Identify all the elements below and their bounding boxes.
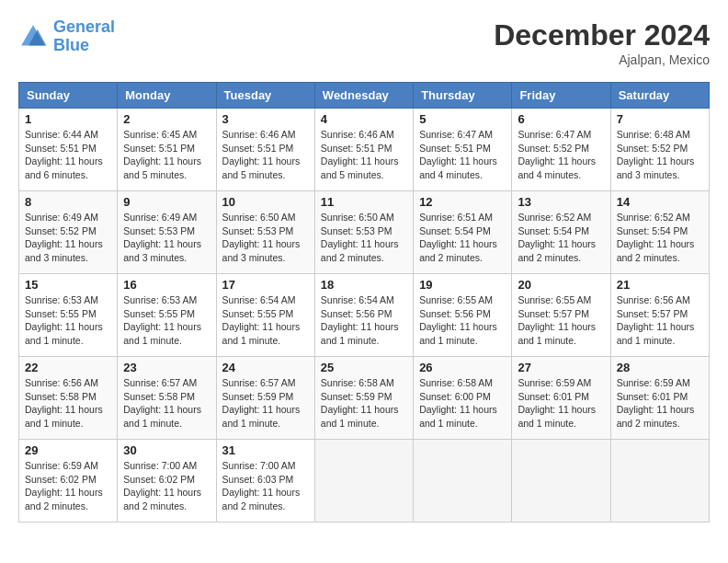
header-saturday: Saturday bbox=[610, 83, 709, 109]
calendar-cell: 26 Sunrise: 6:58 AMSunset: 6:00 PMDaylig… bbox=[414, 357, 512, 440]
calendar-cell: 15 Sunrise: 6:53 AMSunset: 5:55 PMDaylig… bbox=[19, 274, 118, 357]
calendar-cell bbox=[610, 440, 709, 523]
day-number: 16 bbox=[123, 278, 210, 292]
month-title: December 2024 bbox=[494, 18, 710, 52]
day-info: Sunrise: 6:59 AMSunset: 6:01 PMDaylight:… bbox=[518, 376, 604, 431]
header-friday: Friday bbox=[512, 83, 610, 109]
logo-text: General Blue bbox=[53, 18, 115, 55]
logo-icon bbox=[18, 22, 48, 52]
day-info: Sunrise: 6:55 AMSunset: 5:57 PMDaylight:… bbox=[518, 293, 604, 348]
calendar-cell: 28 Sunrise: 6:59 AMSunset: 6:01 PMDaylig… bbox=[610, 357, 709, 440]
calendar-table: Sunday Monday Tuesday Wednesday Thursday… bbox=[18, 82, 710, 523]
calendar-cell bbox=[314, 440, 413, 523]
day-number: 25 bbox=[321, 361, 407, 374]
week-row-2: 8 Sunrise: 6:49 AMSunset: 5:52 PMDayligh… bbox=[19, 191, 710, 274]
day-number: 1 bbox=[25, 112, 111, 126]
day-info: Sunrise: 6:52 AMSunset: 5:54 PMDaylight:… bbox=[617, 211, 703, 265]
day-info: Sunrise: 6:47 AMSunset: 5:51 PMDaylight:… bbox=[419, 128, 506, 182]
day-info: Sunrise: 6:50 AMSunset: 5:53 PMDaylight:… bbox=[222, 211, 309, 265]
calendar-cell: 1 Sunrise: 6:44 AMSunset: 5:51 PMDayligh… bbox=[19, 109, 118, 191]
day-info: Sunrise: 6:56 AMSunset: 5:58 PMDaylight:… bbox=[25, 376, 111, 431]
calendar-cell: 7 Sunrise: 6:48 AMSunset: 5:52 PMDayligh… bbox=[610, 109, 709, 191]
header-monday: Monday bbox=[118, 83, 216, 109]
page-header: General Blue December 2024 Ajalpan, Mexi… bbox=[18, 18, 710, 67]
calendar-cell: 31 Sunrise: 7:00 AMSunset: 6:03 PMDaylig… bbox=[216, 440, 314, 523]
day-info: Sunrise: 6:58 AMSunset: 6:00 PMDaylight:… bbox=[419, 376, 506, 431]
day-info: Sunrise: 6:59 AMSunset: 6:01 PMDaylight:… bbox=[617, 376, 703, 431]
calendar-cell: 18 Sunrise: 6:54 AMSunset: 5:56 PMDaylig… bbox=[314, 274, 413, 357]
calendar-cell: 12 Sunrise: 6:51 AMSunset: 5:54 PMDaylig… bbox=[414, 191, 512, 274]
calendar-cell: 27 Sunrise: 6:59 AMSunset: 6:01 PMDaylig… bbox=[512, 357, 610, 440]
day-info: Sunrise: 7:00 AMSunset: 6:02 PMDaylight:… bbox=[123, 459, 210, 513]
day-number: 31 bbox=[222, 443, 309, 457]
day-number: 24 bbox=[222, 361, 309, 374]
day-number: 8 bbox=[25, 195, 111, 209]
day-number: 7 bbox=[617, 112, 703, 126]
day-number: 27 bbox=[518, 361, 604, 374]
week-row-5: 29 Sunrise: 6:59 AMSunset: 6:02 PMDaylig… bbox=[19, 440, 710, 523]
day-info: Sunrise: 6:57 AMSunset: 5:59 PMDaylight:… bbox=[222, 376, 309, 431]
day-number: 28 bbox=[617, 361, 703, 374]
day-info: Sunrise: 6:59 AMSunset: 6:02 PMDaylight:… bbox=[25, 459, 111, 513]
day-info: Sunrise: 6:56 AMSunset: 5:57 PMDaylight:… bbox=[617, 293, 703, 348]
day-info: Sunrise: 6:48 AMSunset: 5:52 PMDaylight:… bbox=[617, 128, 703, 182]
day-info: Sunrise: 6:58 AMSunset: 5:59 PMDaylight:… bbox=[321, 376, 407, 431]
calendar-cell: 22 Sunrise: 6:56 AMSunset: 5:58 PMDaylig… bbox=[19, 357, 118, 440]
week-row-4: 22 Sunrise: 6:56 AMSunset: 5:58 PMDaylig… bbox=[19, 357, 710, 440]
day-info: Sunrise: 6:53 AMSunset: 5:55 PMDaylight:… bbox=[123, 293, 210, 348]
day-info: Sunrise: 6:52 AMSunset: 5:54 PMDaylight:… bbox=[518, 211, 604, 265]
day-number: 2 bbox=[123, 112, 210, 126]
location: Ajalpan, Mexico bbox=[494, 52, 710, 67]
day-number: 12 bbox=[419, 195, 506, 209]
calendar-cell: 2 Sunrise: 6:45 AMSunset: 5:51 PMDayligh… bbox=[118, 109, 216, 191]
day-info: Sunrise: 6:44 AMSunset: 5:51 PMDaylight:… bbox=[25, 128, 111, 182]
weekday-header-row: Sunday Monday Tuesday Wednesday Thursday… bbox=[19, 83, 710, 109]
day-number: 23 bbox=[123, 361, 210, 374]
calendar-cell: 16 Sunrise: 6:53 AMSunset: 5:55 PMDaylig… bbox=[118, 274, 216, 357]
calendar-cell: 13 Sunrise: 6:52 AMSunset: 5:54 PMDaylig… bbox=[512, 191, 610, 274]
calendar-cell: 20 Sunrise: 6:55 AMSunset: 5:57 PMDaylig… bbox=[512, 274, 610, 357]
day-info: Sunrise: 6:46 AMSunset: 5:51 PMDaylight:… bbox=[321, 128, 407, 182]
day-number: 3 bbox=[222, 112, 309, 126]
day-number: 18 bbox=[321, 278, 407, 292]
day-number: 26 bbox=[419, 361, 506, 374]
day-info: Sunrise: 6:53 AMSunset: 5:55 PMDaylight:… bbox=[25, 293, 111, 348]
day-number: 17 bbox=[222, 278, 309, 292]
calendar-cell: 24 Sunrise: 6:57 AMSunset: 5:59 PMDaylig… bbox=[216, 357, 314, 440]
header-thursday: Thursday bbox=[414, 83, 512, 109]
calendar-cell: 21 Sunrise: 6:56 AMSunset: 5:57 PMDaylig… bbox=[610, 274, 709, 357]
logo-general: General bbox=[53, 17, 115, 36]
day-number: 30 bbox=[123, 443, 210, 457]
day-number: 11 bbox=[321, 195, 407, 209]
calendar-cell: 3 Sunrise: 6:46 AMSunset: 5:51 PMDayligh… bbox=[216, 109, 314, 191]
day-number: 21 bbox=[617, 278, 703, 292]
day-info: Sunrise: 6:54 AMSunset: 5:56 PMDaylight:… bbox=[321, 293, 407, 348]
day-info: Sunrise: 6:49 AMSunset: 5:52 PMDaylight:… bbox=[25, 211, 111, 265]
calendar-cell: 4 Sunrise: 6:46 AMSunset: 5:51 PMDayligh… bbox=[314, 109, 413, 191]
day-info: Sunrise: 7:00 AMSunset: 6:03 PMDaylight:… bbox=[222, 459, 309, 513]
week-row-1: 1 Sunrise: 6:44 AMSunset: 5:51 PMDayligh… bbox=[19, 109, 710, 191]
day-number: 29 bbox=[25, 443, 111, 457]
calendar-cell: 14 Sunrise: 6:52 AMSunset: 5:54 PMDaylig… bbox=[610, 191, 709, 274]
calendar-cell: 30 Sunrise: 7:00 AMSunset: 6:02 PMDaylig… bbox=[118, 440, 216, 523]
calendar-cell: 6 Sunrise: 6:47 AMSunset: 5:52 PMDayligh… bbox=[512, 109, 610, 191]
day-info: Sunrise: 6:46 AMSunset: 5:51 PMDaylight:… bbox=[222, 128, 309, 182]
day-info: Sunrise: 6:51 AMSunset: 5:54 PMDaylight:… bbox=[419, 211, 506, 265]
calendar-cell: 29 Sunrise: 6:59 AMSunset: 6:02 PMDaylig… bbox=[19, 440, 118, 523]
day-number: 22 bbox=[25, 361, 111, 374]
day-info: Sunrise: 6:54 AMSunset: 5:55 PMDaylight:… bbox=[222, 293, 309, 348]
calendar-cell: 5 Sunrise: 6:47 AMSunset: 5:51 PMDayligh… bbox=[414, 109, 512, 191]
day-info: Sunrise: 6:57 AMSunset: 5:58 PMDaylight:… bbox=[123, 376, 210, 431]
title-block: December 2024 Ajalpan, Mexico bbox=[494, 18, 710, 67]
calendar-cell: 17 Sunrise: 6:54 AMSunset: 5:55 PMDaylig… bbox=[216, 274, 314, 357]
day-number: 13 bbox=[518, 195, 604, 209]
day-number: 14 bbox=[617, 195, 703, 209]
calendar-cell: 11 Sunrise: 6:50 AMSunset: 5:53 PMDaylig… bbox=[314, 191, 413, 274]
day-info: Sunrise: 6:55 AMSunset: 5:56 PMDaylight:… bbox=[419, 293, 506, 348]
logo-blue: Blue bbox=[53, 36, 89, 54]
calendar-cell bbox=[414, 440, 512, 523]
day-number: 9 bbox=[123, 195, 210, 209]
calendar-cell: 9 Sunrise: 6:49 AMSunset: 5:53 PMDayligh… bbox=[118, 191, 216, 274]
calendar-cell: 10 Sunrise: 6:50 AMSunset: 5:53 PMDaylig… bbox=[216, 191, 314, 274]
day-number: 6 bbox=[518, 112, 604, 126]
